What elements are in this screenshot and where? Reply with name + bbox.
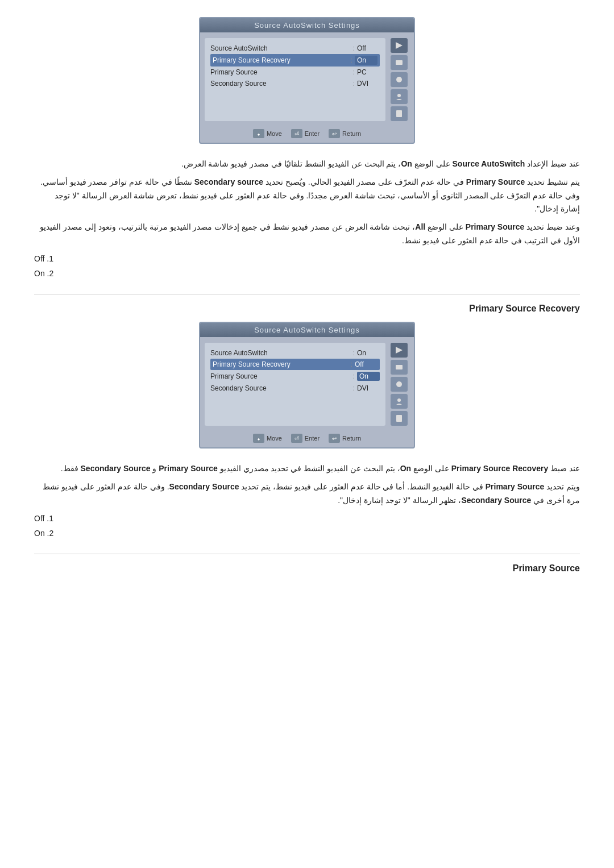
footer-btn-move-2[interactable]: ⬥ Move [253, 434, 282, 443]
divider-1 [34, 294, 580, 294]
section1-para1: عند ضبط الإعداد Source AutoSwitch على ال… [34, 157, 580, 171]
list-item-1-1: Off .1 [34, 252, 580, 266]
enter-icon-2: ⏎ [291, 434, 302, 443]
menu-row-2-3: Secondary Source : DVI [210, 383, 380, 394]
move-icon-2: ⬥ [253, 434, 264, 443]
bold-ss-4: Secondary Source [461, 496, 531, 505]
sidebar-icon-2-3[interactable] [391, 377, 408, 392]
monitor-box-2: Source AutoSwitch Settings [199, 322, 415, 448]
svg-point-5 [396, 381, 402, 387]
svg-point-2 [397, 94, 401, 97]
bold-all: All [415, 222, 425, 231]
sidebar-icon-2-1[interactable] [391, 343, 408, 358]
page-wrapper: Source AutoSwitch Settings [0, 0, 614, 599]
menu-row-1-3: Secondary Source : DVI [210, 78, 380, 89]
section2-list: Off .1 On .2 [34, 512, 580, 541]
menu-row-2-2: Primary Source : On [210, 370, 380, 383]
list-item-2-1: Off .1 [34, 512, 580, 526]
sidebar-icon-2-2[interactable] [391, 360, 408, 375]
menu-row-2-1: Primary Source Recovery : Off [210, 359, 380, 370]
sidebar-icon-3[interactable] [391, 72, 408, 87]
section1-para2: يتم تنشيط تحديد Primary Source في حالة ع… [34, 176, 580, 216]
sidebar-icon-2-5[interactable] [391, 411, 408, 426]
footer-btn-return-1[interactable]: ↩ Return [329, 129, 361, 138]
sidebar-icon-5[interactable] [391, 106, 408, 121]
bold-primary-source-1: Primary Source [466, 177, 525, 186]
sidebar-icon-2-4[interactable] [391, 394, 408, 409]
svg-rect-0 [396, 60, 403, 65]
return-icon-1: ↩ [329, 129, 340, 138]
section3-title: Primary Source [34, 563, 580, 574]
section2-para2: ويتم تحديد Primary Source في حالة الفيدي… [34, 480, 580, 508]
svg-rect-7 [396, 415, 402, 422]
bold-ps-3: Primary Source [486, 482, 545, 491]
menu-row-1-2: Primary Source : PC [210, 67, 380, 78]
sidebar-icon-2[interactable] [391, 55, 408, 70]
monitor-content-1: Source AutoSwitch : Off Primary Source R… [205, 38, 385, 121]
bold-on-1: On [401, 159, 412, 168]
bold-secondary-source-1: Secondary source [194, 177, 263, 186]
list-item-1-2: On .2 [34, 267, 580, 281]
svg-rect-4 [396, 365, 403, 369]
bold-ss-3: Secondary Source [169, 482, 239, 491]
footer-btn-enter-2[interactable]: ⏎ Enter [291, 434, 320, 443]
footer-btn-return-2[interactable]: ↩ Return [329, 434, 361, 443]
section2-title: Primary Source Recovery [34, 304, 580, 314]
section2-para1: عند ضبط Primary Source Recovery على الوض… [34, 462, 580, 476]
sidebar-icon-1[interactable] [391, 38, 408, 53]
monitor-content-2: Source AutoSwitch : On Primary Source Re… [205, 343, 385, 426]
bold-primary-source-2: Primary Source [466, 222, 525, 231]
divider-2 [34, 554, 580, 554]
enter-icon-1: ⏎ [291, 129, 302, 138]
monitor-sidebar-2 [389, 343, 409, 426]
monitor-title-2: Source AutoSwitch Settings [200, 323, 414, 337]
monitor-footer-2: ⬥ Move ⏎ Enter ↩ Return [200, 430, 414, 447]
section1-para3: وعند ضبط تحديد Primary Source على الوضع … [34, 221, 580, 248]
bold-on-2: On [400, 464, 411, 473]
bold-ss-2: Secondary Source [81, 464, 151, 473]
bold-psr: Primary Source Recovery [451, 464, 548, 473]
bold-ps-2: Primary Source [159, 464, 218, 473]
monitor-body-2: Source AutoSwitch : On Primary Source Re… [200, 337, 414, 430]
monitor-title-1: Source AutoSwitch Settings [200, 18, 414, 32]
section1-list: Off .1 On .2 [34, 252, 580, 281]
svg-point-6 [397, 398, 401, 402]
svg-rect-3 [396, 110, 402, 117]
section1-text: عند ضبط الإعداد Source AutoSwitch على ال… [34, 157, 580, 280]
list-item-2-2: On .2 [34, 527, 580, 541]
move-icon-1: ⬥ [253, 129, 264, 138]
menu-row-1-1: Primary Source Recovery : On [210, 54, 380, 67]
monitor-box-1: Source AutoSwitch Settings [199, 17, 415, 144]
monitor-footer-1: ⬥ Move ⏎ Enter ↩ Return [200, 126, 414, 143]
sidebar-icon-4[interactable] [391, 89, 408, 104]
section2-text: عند ضبط Primary Source Recovery على الوض… [34, 462, 580, 540]
footer-btn-enter-1[interactable]: ⏎ Enter [291, 129, 320, 138]
menu-row-2-0: Source AutoSwitch : On [210, 347, 380, 359]
bold-source-autoswitch: Source AutoSwitch [453, 159, 525, 168]
menu-row-1-0: Source AutoSwitch : Off [210, 43, 380, 54]
return-icon-2: ↩ [329, 434, 340, 443]
svg-point-1 [396, 77, 402, 82]
footer-btn-move-1[interactable]: ⬥ Move [253, 129, 282, 138]
monitor-sidebar-1 [389, 38, 409, 121]
monitor-body-1: Source AutoSwitch : Off Primary Source R… [200, 32, 414, 126]
